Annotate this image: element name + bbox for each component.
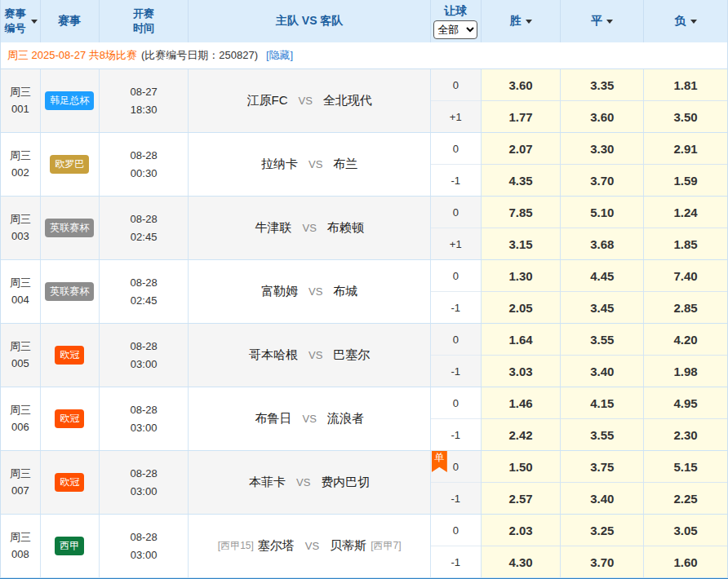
draw-dropdown-arrow-icon[interactable] (606, 20, 613, 24)
draw-odds-line-0[interactable]: 3.35 (561, 69, 643, 100)
draw-odds-cell: 3.25 3.70 (561, 515, 644, 577)
draw-odds-cell: 3.30 3.70 (561, 133, 644, 196)
lose-dropdown-arrow-icon[interactable] (690, 20, 697, 24)
match-number: 003 (11, 228, 29, 245)
lose-odds-line-0[interactable]: 3.05 (644, 515, 727, 546)
win-odds-cell: 1.64 3.03 (482, 324, 562, 387)
draw-odds-cell: 4.45 3.45 (561, 260, 644, 323)
match-number-cell: 周三 008 (1, 515, 41, 577)
draw-odds-line-0[interactable]: 4.15 (561, 387, 643, 418)
win-odds-line-0[interactable]: 1.50 (482, 451, 561, 482)
draw-odds-line-0[interactable]: 3.55 (561, 324, 643, 355)
league-badge: 英联赛杯 (45, 219, 94, 236)
match-row: 周三 003 英联赛杯 08-28 02:45 牛津联 VS 布赖顿 0 +1 … (1, 197, 727, 260)
col-header-match-no: 赛事编号 (1, 0, 41, 42)
league-cell: 欧罗巴 (41, 133, 100, 196)
match-number: 001 (11, 101, 29, 117)
handicap-filter-select[interactable]: 全部 (433, 20, 477, 39)
hide-link[interactable]: [隐藏] (266, 48, 293, 63)
match-number-cell: 周三 007 (1, 451, 41, 514)
lose-odds-line-0[interactable]: 5.15 (644, 451, 727, 482)
win-odds-line-0[interactable]: 1.46 (482, 387, 561, 418)
draw-odds-line-1[interactable]: 3.45 (561, 291, 643, 323)
win-odds-line-0[interactable]: 2.07 (482, 133, 561, 164)
lose-odds-line-1[interactable]: 2.25 (644, 482, 727, 514)
draw-label: 平 (591, 14, 602, 29)
league-badge: 韩足总杯 (45, 91, 94, 109)
win-odds-line-0[interactable]: 2.03 (482, 515, 561, 546)
win-odds-line-0[interactable]: 7.85 (482, 197, 561, 228)
win-odds-line-1[interactable]: 2.42 (482, 418, 561, 450)
draw-odds-line-0[interactable]: 5.10 (561, 197, 643, 228)
match-number: 002 (11, 165, 29, 181)
lose-odds-cell: 3.05 1.60 (644, 515, 727, 577)
win-odds-line-0[interactable]: 1.30 (482, 260, 561, 291)
time-cell: 08-27 18:30 (100, 69, 189, 132)
lose-odds-line-0[interactable]: 2.91 (644, 133, 727, 164)
match-day: 周三 (10, 275, 31, 291)
lose-odds-line-1[interactable]: 2.30 (644, 418, 727, 450)
draw-odds-line-1[interactable]: 3.40 (561, 355, 643, 387)
lose-odds-line-0[interactable]: 1.24 (644, 197, 727, 228)
col-header-league: 赛事 (41, 0, 100, 42)
win-odds-line-1[interactable]: 2.05 (482, 291, 561, 323)
lose-odds-cell: 4.20 1.98 (644, 324, 727, 387)
league-badge: 西甲 (55, 537, 84, 555)
handicap-line-1: -1 (431, 418, 481, 450)
match-row: 周三 002 欧罗巴 08-28 00:30 拉纳卡 VS 布兰 0 -1 2.… (1, 133, 727, 197)
lose-label: 负 (675, 14, 686, 29)
win-dropdown-arrow-icon[interactable] (526, 20, 532, 24)
lose-odds-line-1[interactable]: 1.60 (644, 546, 727, 577)
away-team: 布城 (333, 284, 357, 299)
match-no-dropdown-arrow-icon[interactable] (31, 20, 38, 24)
league-badge: 英联赛杯 (45, 282, 94, 300)
draw-odds-line-0[interactable]: 3.30 (561, 133, 643, 164)
draw-odds-line-1[interactable]: 3.60 (561, 100, 643, 132)
draw-odds-line-1[interactable]: 3.68 (561, 228, 643, 259)
col-header-win: 胜 (482, 0, 562, 42)
draw-odds-line-0[interactable]: 3.75 (561, 451, 643, 482)
lose-odds-line-1[interactable]: 1.59 (644, 164, 727, 196)
lose-odds-line-0[interactable]: 4.95 (644, 387, 727, 418)
match-time: 02:45 (131, 292, 158, 309)
match-row: 周三 006 欧冠 08-28 03:00 布鲁日 VS 流浪者 0 -1 1.… (1, 387, 727, 451)
date-subheader: 周三 2025-08-27 共8场比赛 (比赛编号日期：250827) [隐藏] (1, 42, 727, 69)
match-id-note: (比赛编号日期：250827) (141, 48, 258, 63)
lose-odds-line-1[interactable]: 3.50 (644, 100, 727, 132)
teams-cell: 布鲁日 VS 流浪者 (189, 387, 430, 450)
win-odds-line-1[interactable]: 4.30 (482, 546, 561, 577)
match-day: 周三 (10, 338, 31, 355)
match-time: 03:00 (131, 546, 158, 564)
lose-odds-line-0[interactable]: 7.40 (644, 260, 727, 291)
draw-odds-line-0[interactable]: 3.25 (561, 515, 643, 546)
win-odds-line-1[interactable]: 2.57 (482, 482, 561, 514)
handicap-line-1: +1 (431, 228, 481, 259)
draw-odds-line-1[interactable]: 3.55 (561, 418, 643, 450)
match-day: 周三 (10, 466, 31, 482)
handicap-cell: 0 +1 (431, 69, 482, 132)
league-cell: 英联赛杯 (41, 197, 100, 259)
league-cell: 欧冠 (41, 324, 100, 387)
win-odds-line-1[interactable]: 1.77 (482, 100, 561, 132)
lose-odds-line-1[interactable]: 1.85 (644, 228, 727, 259)
lose-odds-line-1[interactable]: 1.98 (644, 355, 727, 387)
home-team: 江原FC (246, 93, 287, 108)
win-odds-line-1[interactable]: 3.03 (482, 355, 561, 387)
draw-odds-line-0[interactable]: 4.45 (561, 260, 643, 291)
win-odds-line-1[interactable]: 4.35 (482, 164, 561, 196)
lose-odds-line-1[interactable]: 2.85 (644, 291, 727, 323)
handicap-line-0: 0 (431, 197, 481, 228)
draw-odds-line-1[interactable]: 3.40 (561, 482, 643, 514)
draw-odds-line-1[interactable]: 3.70 (561, 546, 643, 577)
win-odds-line-0[interactable]: 3.60 (482, 69, 561, 100)
match-rows: 周三 001 韩足总杯 08-27 18:30 江原FC VS 全北现代 0 +… (1, 69, 727, 578)
win-odds-line-0[interactable]: 1.64 (482, 324, 561, 355)
home-team: 布鲁日 (255, 411, 291, 427)
lose-odds-line-0[interactable]: 1.81 (644, 69, 727, 100)
match-no-label: 赛事编号 (2, 7, 27, 35)
lose-odds-line-0[interactable]: 4.20 (644, 324, 727, 355)
match-row: 周三 008 西甲 08-28 03:00 [西甲15] 塞尔塔 VS 贝蒂斯 … (1, 515, 727, 578)
draw-odds-line-1[interactable]: 3.70 (561, 164, 643, 196)
win-odds-line-1[interactable]: 3.15 (482, 228, 561, 259)
handicap-cell: 0 -1 (431, 260, 482, 323)
